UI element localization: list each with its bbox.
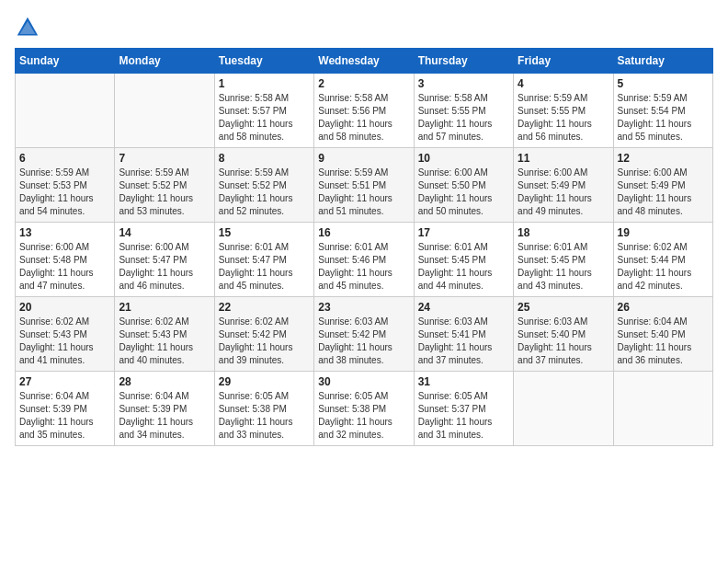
calendar-day-31: 31Sunrise: 6:05 AM Sunset: 5:37 PM Dayli… — [414, 372, 513, 446]
calendar-week-2: 6Sunrise: 5:59 AM Sunset: 5:53 PM Daylig… — [16, 148, 713, 223]
day-number: 15 — [219, 226, 310, 239]
calendar-day-26: 26Sunrise: 6:04 AM Sunset: 5:40 PM Dayli… — [613, 297, 712, 372]
day-number: 26 — [618, 301, 709, 314]
day-info: Sunrise: 5:59 AM Sunset: 5:52 PM Dayligh… — [119, 167, 210, 218]
day-info: Sunrise: 6:02 AM Sunset: 5:43 PM Dayligh… — [119, 316, 210, 367]
day-number: 7 — [119, 152, 210, 165]
calendar-day-2: 2Sunrise: 5:58 AM Sunset: 5:56 PM Daylig… — [314, 74, 414, 148]
day-info: Sunrise: 6:03 AM Sunset: 5:41 PM Dayligh… — [418, 316, 509, 367]
calendar-day-6: 6Sunrise: 5:59 AM Sunset: 5:53 PM Daylig… — [16, 148, 115, 223]
day-info: Sunrise: 6:00 AM Sunset: 5:50 PM Dayligh… — [418, 167, 509, 218]
day-number: 21 — [119, 301, 210, 314]
calendar-day-23: 23Sunrise: 6:03 AM Sunset: 5:42 PM Dayli… — [314, 297, 414, 372]
day-number: 10 — [418, 152, 509, 165]
day-number: 11 — [518, 152, 609, 165]
day-number: 25 — [518, 301, 609, 314]
day-info: Sunrise: 6:03 AM Sunset: 5:42 PM Dayligh… — [318, 316, 409, 367]
day-info: Sunrise: 5:59 AM Sunset: 5:52 PM Dayligh… — [219, 167, 310, 218]
day-header-wednesday: Wednesday — [314, 49, 414, 74]
calendar-day-10: 10Sunrise: 6:00 AM Sunset: 5:50 PM Dayli… — [414, 148, 513, 223]
day-info: Sunrise: 6:04 AM Sunset: 5:40 PM Dayligh… — [618, 316, 709, 367]
day-info: Sunrise: 6:02 AM Sunset: 5:42 PM Dayligh… — [219, 316, 310, 367]
day-info: Sunrise: 5:58 AM Sunset: 5:57 PM Dayligh… — [219, 92, 310, 144]
day-header-sunday: Sunday — [16, 49, 115, 74]
day-number: 17 — [418, 226, 509, 239]
day-number: 18 — [518, 226, 609, 239]
day-number: 22 — [219, 301, 310, 314]
day-number: 2 — [318, 77, 409, 90]
logo — [15, 15, 44, 40]
calendar-empty-cell — [16, 74, 115, 148]
calendar-day-1: 1Sunrise: 5:58 AM Sunset: 5:57 PM Daylig… — [214, 74, 313, 148]
calendar-empty-cell — [514, 372, 613, 446]
day-header-thursday: Thursday — [414, 49, 513, 74]
day-info: Sunrise: 5:59 AM Sunset: 5:51 PM Dayligh… — [318, 167, 409, 218]
calendar-day-19: 19Sunrise: 6:02 AM Sunset: 5:44 PM Dayli… — [613, 223, 712, 297]
calendar-empty-cell — [613, 372, 712, 446]
day-number: 3 — [418, 77, 509, 90]
calendar-day-5: 5Sunrise: 5:59 AM Sunset: 5:54 PM Daylig… — [613, 74, 712, 148]
day-header-monday: Monday — [115, 49, 214, 74]
calendar-day-11: 11Sunrise: 6:00 AM Sunset: 5:49 PM Dayli… — [514, 148, 613, 223]
calendar-week-1: 1Sunrise: 5:58 AM Sunset: 5:57 PM Daylig… — [16, 74, 713, 148]
day-info: Sunrise: 6:05 AM Sunset: 5:37 PM Dayligh… — [418, 390, 509, 442]
logo-icon — [15, 15, 40, 40]
day-number: 31 — [418, 375, 509, 388]
day-number: 9 — [318, 152, 409, 165]
page-header — [15, 15, 713, 40]
day-info: Sunrise: 6:00 AM Sunset: 5:47 PM Dayligh… — [119, 241, 210, 293]
calendar-day-30: 30Sunrise: 6:05 AM Sunset: 5:38 PM Dayli… — [314, 372, 414, 446]
calendar-day-15: 15Sunrise: 6:01 AM Sunset: 5:47 PM Dayli… — [214, 223, 313, 297]
day-number: 19 — [618, 226, 709, 239]
day-number: 6 — [19, 152, 110, 165]
day-number: 13 — [19, 226, 110, 239]
calendar-day-12: 12Sunrise: 6:00 AM Sunset: 5:49 PM Dayli… — [613, 148, 712, 223]
calendar-day-27: 27Sunrise: 6:04 AM Sunset: 5:39 PM Dayli… — [16, 372, 115, 446]
calendar-day-13: 13Sunrise: 6:00 AM Sunset: 5:48 PM Dayli… — [16, 223, 115, 297]
calendar-day-7: 7Sunrise: 5:59 AM Sunset: 5:52 PM Daylig… — [115, 148, 214, 223]
day-number: 14 — [119, 226, 210, 239]
day-info: Sunrise: 5:59 AM Sunset: 5:53 PM Dayligh… — [19, 167, 110, 218]
day-info: Sunrise: 6:03 AM Sunset: 5:40 PM Dayligh… — [518, 316, 609, 367]
day-info: Sunrise: 6:01 AM Sunset: 5:47 PM Dayligh… — [219, 241, 310, 293]
day-number: 12 — [618, 152, 709, 165]
calendar-day-20: 20Sunrise: 6:02 AM Sunset: 5:43 PM Dayli… — [16, 297, 115, 372]
day-info: Sunrise: 6:01 AM Sunset: 5:46 PM Dayligh… — [318, 241, 409, 293]
day-number: 16 — [318, 226, 409, 239]
calendar-day-21: 21Sunrise: 6:02 AM Sunset: 5:43 PM Dayli… — [115, 297, 214, 372]
calendar-day-29: 29Sunrise: 6:05 AM Sunset: 5:38 PM Dayli… — [214, 372, 313, 446]
calendar-day-17: 17Sunrise: 6:01 AM Sunset: 5:45 PM Dayli… — [414, 223, 513, 297]
calendar-day-16: 16Sunrise: 6:01 AM Sunset: 5:46 PM Dayli… — [314, 223, 414, 297]
day-header-saturday: Saturday — [613, 49, 712, 74]
calendar-header-row: SundayMondayTuesdayWednesdayThursdayFrid… — [16, 49, 713, 74]
calendar-week-4: 20Sunrise: 6:02 AM Sunset: 5:43 PM Dayli… — [16, 297, 713, 372]
day-number: 29 — [219, 375, 310, 388]
day-info: Sunrise: 6:04 AM Sunset: 5:39 PM Dayligh… — [119, 390, 210, 442]
day-info: Sunrise: 6:00 AM Sunset: 5:49 PM Dayligh… — [518, 167, 609, 218]
day-header-tuesday: Tuesday — [214, 49, 313, 74]
day-number: 20 — [19, 301, 110, 314]
calendar-day-3: 3Sunrise: 5:58 AM Sunset: 5:55 PM Daylig… — [414, 74, 513, 148]
day-number: 5 — [618, 77, 709, 90]
day-header-friday: Friday — [514, 49, 613, 74]
day-info: Sunrise: 5:58 AM Sunset: 5:55 PM Dayligh… — [418, 92, 509, 144]
day-info: Sunrise: 6:01 AM Sunset: 5:45 PM Dayligh… — [518, 241, 609, 293]
day-info: Sunrise: 6:01 AM Sunset: 5:45 PM Dayligh… — [418, 241, 509, 293]
day-info: Sunrise: 5:58 AM Sunset: 5:56 PM Dayligh… — [318, 92, 409, 144]
calendar-day-9: 9Sunrise: 5:59 AM Sunset: 5:51 PM Daylig… — [314, 148, 414, 223]
day-number: 27 — [19, 375, 110, 388]
day-number: 4 — [518, 77, 609, 90]
day-number: 23 — [318, 301, 409, 314]
day-info: Sunrise: 6:05 AM Sunset: 5:38 PM Dayligh… — [318, 390, 409, 442]
day-info: Sunrise: 6:02 AM Sunset: 5:44 PM Dayligh… — [618, 241, 709, 293]
day-number: 1 — [219, 77, 310, 90]
calendar-empty-cell — [115, 74, 214, 148]
day-number: 24 — [418, 301, 509, 314]
day-info: Sunrise: 6:00 AM Sunset: 5:48 PM Dayligh… — [19, 241, 110, 293]
day-number: 8 — [219, 152, 310, 165]
day-info: Sunrise: 5:59 AM Sunset: 5:54 PM Dayligh… — [618, 92, 709, 144]
calendar-week-3: 13Sunrise: 6:00 AM Sunset: 5:48 PM Dayli… — [16, 223, 713, 297]
day-info: Sunrise: 6:04 AM Sunset: 5:39 PM Dayligh… — [19, 390, 110, 442]
calendar-week-5: 27Sunrise: 6:04 AM Sunset: 5:39 PM Dayli… — [16, 372, 713, 446]
calendar-day-8: 8Sunrise: 5:59 AM Sunset: 5:52 PM Daylig… — [214, 148, 313, 223]
